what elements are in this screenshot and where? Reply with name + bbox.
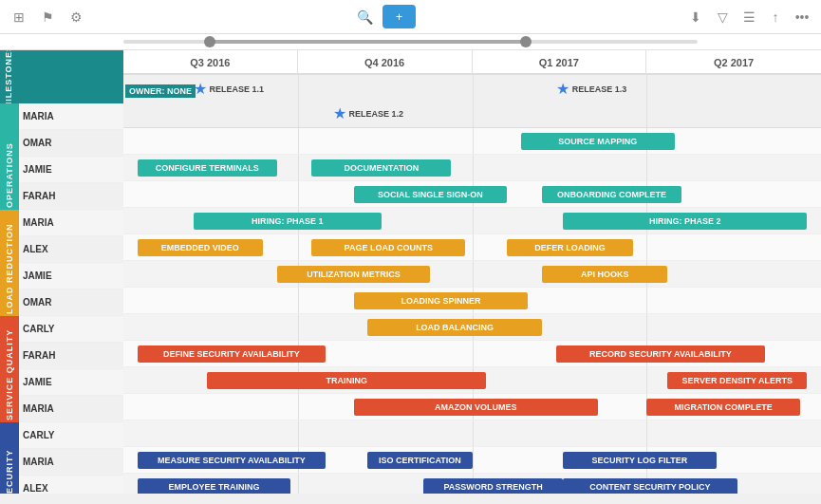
quality-label-maria: MARIA — [19, 396, 123, 422]
bar-utilization: UTILIZATION METRICS — [277, 266, 431, 283]
bar-social-sso: SOCIAL SINGLE SIGN-ON — [354, 186, 508, 203]
bar-iso-cert: ISO CERTIFICATION — [367, 452, 472, 469]
filter-icon[interactable]: ▽ — [713, 8, 732, 27]
bar-server-density: SERVER DENSITY ALERTS — [667, 372, 807, 389]
toolbar: ⊞ ⚑ ⚙ 🔍 + ⬇ ▽ ☰ ↑ ••• — [0, 0, 821, 34]
gantt-chart: Q3 2016 Q4 2016 Q1 2017 Q2 2017 ★ RELEAS… — [123, 50, 821, 494]
security-label-alex: ALEX — [19, 476, 123, 494]
load-label-alex: ALEX — [19, 236, 123, 263]
bar-migration: MIGRATION COMPLETE — [646, 399, 800, 416]
bar-hiring-phase2: HIRING: PHASE 2 — [563, 213, 807, 230]
scrubber-handle-left[interactable] — [204, 36, 215, 47]
grid-line-q1-q2 — [646, 75, 647, 127]
scrubber-track[interactable] — [123, 40, 698, 44]
ops-label-omar: OMAR — [19, 130, 123, 157]
load-label-maria: MARIA — [19, 210, 123, 236]
search-icon[interactable]: 🔍 — [356, 8, 375, 27]
security-row-carly: MEASURE SECURITY AVAILABILITY ISO CERTIF… — [123, 447, 821, 474]
more-icon[interactable]: ••• — [793, 8, 812, 27]
quarter-q4-2016: Q4 2016 — [298, 50, 473, 75]
security-tag-block: SECURITY CARLY MARIA ALEX — [0, 422, 123, 494]
download-icon[interactable]: ⬇ — [686, 8, 705, 27]
bar-employee-training: EMPLOYEE TRAINING — [138, 478, 291, 494]
share-icon[interactable]: ↑ — [766, 8, 785, 27]
quality-row-carly: DEFINE SECURITY AVAILABILITY RECORD SECU… — [123, 341, 821, 367]
quality-label-carly: CARLY — [19, 316, 123, 343]
bar-configure-terminals: CONFIGURE TERMINALS — [138, 159, 277, 177]
quality-row-maria — [123, 420, 821, 447]
toolbar-center: 🔍 + — [356, 5, 417, 28]
load-label-omar: OMAR — [19, 289, 123, 316]
quality-row-farah: TRAINING SERVER DENSITY ALERTS — [123, 367, 821, 394]
milestone-section-tag: MILESTONES — [0, 50, 123, 103]
load-row-alex: UTILIZATION METRICS API HOOKS — [123, 261, 821, 288]
toolbar-left: ⊞ ⚑ ⚙ — [9, 8, 85, 27]
bar-defer-loading: DEFER LOADING — [507, 239, 632, 256]
ops-label-maria: MARIA — [19, 103, 123, 130]
bar-loading-spinner: LOADING SPINNER — [354, 292, 529, 309]
load-row-maria: EMBEDDED VIDEO PAGE LOAD COUNTS DEFER LO… — [123, 234, 821, 261]
grid-icon[interactable]: ⊞ — [9, 8, 28, 27]
ops-row-maria: SOURCE MAPPING — [123, 128, 821, 155]
security-label-carly: CARLY — [19, 422, 123, 449]
bar-documentation: DOCUMENTATION — [311, 159, 451, 177]
bar-security-log: SECURITY LOG FILTER — [563, 452, 717, 469]
bar-amazon-volumes: AMAZON VOLUMES — [354, 399, 598, 416]
left-sidebar: MILESTONES OPERATIONS MARIA OMAR JAMIE F… — [0, 50, 123, 494]
ops-tag-label: OPERATIONS — [0, 103, 19, 210]
ops-tag-block: OPERATIONS MARIA OMAR JAMIE FARAH — [0, 103, 123, 210]
grid-line-q3-q4 — [298, 75, 299, 127]
security-row-maria: EMPLOYEE TRAINING PASSWORD STRENGTH CONT… — [123, 474, 821, 494]
ops-row-jamie: SOCIAL SINGLE SIGN-ON ONBOARDING COMPLET… — [123, 181, 821, 208]
quality-row-jamie: AMAZON VOLUMES MIGRATION COMPLETE — [123, 394, 821, 420]
bar-record-security: RECORD SECURITY AVAILABILITY — [556, 345, 766, 363]
milestone-release-1-3: ★ RELEASE 1.3 — [556, 80, 627, 98]
load-row-omar: LOAD BALANCING — [123, 314, 821, 341]
flag-icon[interactable]: ⚑ — [38, 8, 57, 27]
ops-row-labels: MARIA OMAR JAMIE FARAH — [19, 103, 123, 210]
bar-content-security: CONTENT SECURITY POLICY — [563, 478, 737, 494]
load-row-jamie: LOADING SPINNER — [123, 288, 821, 314]
ops-row-omar: CONFIGURE TERMINALS DOCUMENTATION — [123, 155, 821, 181]
bar-measure-security: MEASURE SECURITY AVAILABILITY — [138, 452, 326, 469]
load-tag-label: LOAD REDUCTION — [0, 210, 19, 316]
bar-embedded-video: EMBEDDED VIDEO — [138, 239, 263, 256]
milestone-release-1-2: ★ RELEASE 1.2 — [333, 104, 404, 122]
bar-api-hooks: API HOOKS — [542, 266, 667, 283]
quality-label-farah: FARAH — [19, 343, 123, 369]
security-row-labels: CARLY MARIA ALEX — [19, 422, 123, 494]
quality-tag-label: SERVICE QUALITY — [0, 316, 19, 422]
security-tag-label: SECURITY — [0, 422, 19, 494]
gantt-rows: ★ RELEASE 1.1 ★ RELEASE 1.3 ★ RELEASE 1.… — [123, 75, 821, 494]
owner-none-label: OWNER: NONE — [125, 84, 196, 98]
scrubber-fill — [210, 40, 526, 44]
quality-label-jamie: JAMIE — [19, 369, 123, 396]
release-1-2-label: RELEASE 1.2 — [349, 109, 404, 119]
bar-hiring-phase1: HIRING: PHASE 1 — [194, 213, 382, 230]
scrubber-handle-right[interactable] — [520, 36, 532, 47]
toolbar-right: ⬇ ▽ ☰ ↑ ••• — [686, 8, 812, 27]
quality-row-labels: CARLY FARAH JAMIE MARIA — [19, 316, 123, 422]
timeline-scrubber[interactable] — [0, 34, 821, 50]
ops-row-farah: HIRING: PHASE 1 HIRING: PHASE 2 — [123, 208, 821, 234]
quality-tag-block: SERVICE QUALITY CARLY FARAH JAMIE MARIA — [0, 316, 123, 422]
security-label-maria: MARIA — [19, 449, 123, 476]
columns-icon[interactable]: ☰ — [739, 8, 758, 27]
main-content: MILESTONES OPERATIONS MARIA OMAR JAMIE F… — [0, 50, 821, 494]
milestone-row-area: ★ RELEASE 1.1 ★ RELEASE 1.3 ★ RELEASE 1.… — [123, 75, 821, 128]
bar-define-security: DEFINE SECURITY AVAILABILITY — [138, 345, 326, 363]
release-1-3-label: RELEASE 1.3 — [572, 84, 627, 94]
add-button[interactable]: + — [383, 5, 417, 28]
operations-section-tag: OPERATIONS MARIA OMAR JAMIE FARAH — [0, 103, 123, 210]
load-tag-block: LOAD REDUCTION MARIA ALEX JAMIE OMAR — [0, 210, 123, 316]
release-1-1-label: RELEASE 1.1 — [210, 84, 265, 94]
bar-password-strength: PASSWORD STRENGTH — [423, 478, 563, 494]
milestone-release-1-1: ★ RELEASE 1.1 — [194, 80, 265, 98]
bar-source-mapping: SOURCE MAPPING — [521, 133, 675, 150]
quarter-q1-2017: Q1 2017 — [473, 50, 647, 75]
load-label-jamie: JAMIE — [19, 263, 123, 289]
quarter-headers: Q3 2016 Q4 2016 Q1 2017 Q2 2017 — [123, 50, 821, 75]
star-icon-2: ★ — [333, 104, 346, 122]
ops-label-jamie: JAMIE — [19, 157, 123, 183]
settings-icon[interactable]: ⚙ — [66, 8, 85, 27]
